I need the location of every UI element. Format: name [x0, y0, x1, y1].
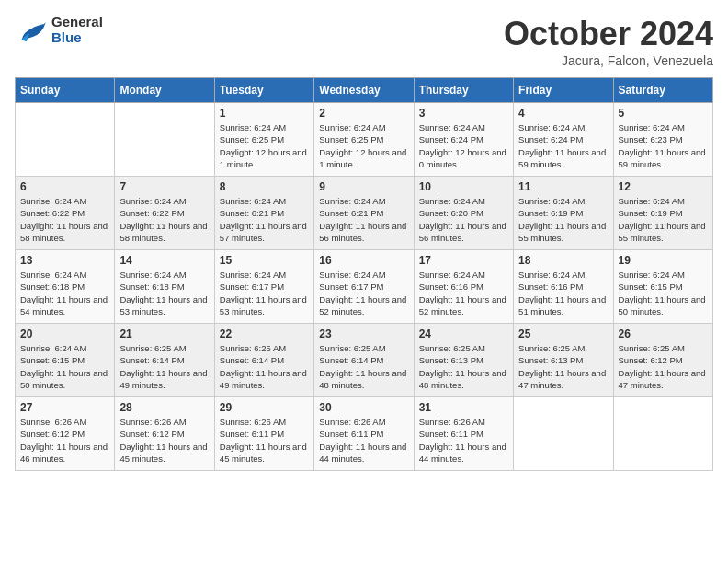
- day-info: Sunrise: 6:24 AM Sunset: 6:17 PM Dayligh…: [220, 269, 309, 317]
- day-info: Sunrise: 6:24 AM Sunset: 6:15 PM Dayligh…: [619, 269, 708, 317]
- day-info: Sunrise: 6:24 AM Sunset: 6:21 PM Dayligh…: [220, 195, 309, 244]
- day-number: 29: [220, 401, 309, 414]
- calendar-cell: 12Sunrise: 6:24 AM Sunset: 6:19 PM Dayli…: [613, 177, 712, 250]
- calendar-cell: 14Sunrise: 6:24 AM Sunset: 6:18 PM Dayli…: [115, 250, 214, 324]
- day-info: Sunrise: 6:25 AM Sunset: 6:14 PM Dayligh…: [119, 342, 209, 391]
- day-number: 5: [619, 107, 708, 120]
- day-number: 17: [419, 254, 508, 267]
- day-info: Sunrise: 6:25 AM Sunset: 6:14 PM Dayligh…: [220, 342, 309, 391]
- day-info: Sunrise: 6:24 AM Sunset: 6:25 PM Dayligh…: [220, 121, 309, 170]
- calendar-cell: 25Sunrise: 6:25 AM Sunset: 6:13 PM Dayli…: [514, 324, 613, 397]
- calendar-cell: 13Sunrise: 6:24 AM Sunset: 6:18 PM Dayli…: [16, 250, 115, 324]
- calendar-cell: 18Sunrise: 6:24 AM Sunset: 6:16 PM Dayli…: [514, 250, 613, 324]
- calendar-cell: 2Sunrise: 6:24 AM Sunset: 6:25 PM Daylig…: [314, 103, 414, 177]
- calendar-week-row: 1Sunrise: 6:24 AM Sunset: 6:25 PM Daylig…: [16, 103, 713, 177]
- calendar-cell: [514, 397, 613, 471]
- calendar-cell: 1Sunrise: 6:24 AM Sunset: 6:25 PM Daylig…: [214, 103, 313, 177]
- weekday-header-monday: Monday: [115, 78, 214, 103]
- weekday-header-sunday: Sunday: [16, 78, 115, 103]
- day-info: Sunrise: 6:26 AM Sunset: 6:11 PM Dayligh…: [220, 416, 309, 465]
- calendar-cell: 6Sunrise: 6:24 AM Sunset: 6:22 PM Daylig…: [16, 177, 115, 250]
- calendar-cell: 5Sunrise: 6:24 AM Sunset: 6:23 PM Daylig…: [613, 103, 712, 177]
- calendar-cell: 23Sunrise: 6:25 AM Sunset: 6:14 PM Dayli…: [314, 324, 414, 397]
- day-number: 19: [619, 254, 708, 267]
- month-title: October 2024: [504, 15, 713, 53]
- day-number: 13: [20, 254, 109, 267]
- day-number: 2: [319, 107, 408, 120]
- day-number: 23: [319, 327, 408, 340]
- logo-general: General: [51, 15, 103, 30]
- day-number: 16: [319, 254, 408, 267]
- calendar-cell: 16Sunrise: 6:24 AM Sunset: 6:17 PM Dayli…: [314, 250, 414, 324]
- day-info: Sunrise: 6:24 AM Sunset: 6:24 PM Dayligh…: [518, 121, 608, 170]
- day-number: 10: [419, 180, 508, 193]
- calendar-cell: 24Sunrise: 6:25 AM Sunset: 6:13 PM Dayli…: [414, 324, 513, 397]
- day-number: 30: [319, 401, 408, 414]
- calendar-cell: 7Sunrise: 6:24 AM Sunset: 6:22 PM Daylig…: [115, 177, 214, 250]
- day-info: Sunrise: 6:26 AM Sunset: 6:12 PM Dayligh…: [20, 416, 109, 465]
- day-number: 1: [220, 107, 309, 120]
- day-number: 14: [119, 254, 209, 267]
- calendar-cell: 20Sunrise: 6:24 AM Sunset: 6:15 PM Dayli…: [16, 324, 115, 397]
- location: Jacura, Falcon, Venezuela: [504, 53, 713, 68]
- calendar-cell: 28Sunrise: 6:26 AM Sunset: 6:12 PM Dayli…: [115, 397, 214, 471]
- calendar-cell: 31Sunrise: 6:26 AM Sunset: 6:11 PM Dayli…: [414, 397, 513, 471]
- day-info: Sunrise: 6:26 AM Sunset: 6:11 PM Dayligh…: [319, 416, 408, 465]
- calendar-cell: 29Sunrise: 6:26 AM Sunset: 6:11 PM Dayli…: [214, 397, 313, 471]
- day-number: 6: [20, 180, 109, 193]
- day-number: 15: [220, 254, 309, 267]
- day-number: 26: [619, 327, 708, 340]
- calendar-cell: 27Sunrise: 6:26 AM Sunset: 6:12 PM Dayli…: [16, 397, 115, 471]
- logo-text: General Blue: [51, 15, 103, 45]
- day-number: 24: [419, 327, 508, 340]
- day-info: Sunrise: 6:24 AM Sunset: 6:20 PM Dayligh…: [419, 195, 508, 244]
- calendar-cell: 21Sunrise: 6:25 AM Sunset: 6:14 PM Dayli…: [115, 324, 214, 397]
- calendar-cell: 22Sunrise: 6:25 AM Sunset: 6:14 PM Dayli…: [214, 324, 313, 397]
- day-number: 8: [220, 180, 309, 193]
- weekday-header-thursday: Thursday: [414, 78, 513, 103]
- logo-bird-icon: [15, 17, 48, 43]
- day-info: Sunrise: 6:24 AM Sunset: 6:16 PM Dayligh…: [518, 269, 608, 317]
- logo: General Blue: [15, 15, 103, 45]
- calendar-week-row: 6Sunrise: 6:24 AM Sunset: 6:22 PM Daylig…: [16, 177, 713, 250]
- title-block: October 2024 Jacura, Falcon, Venezuela: [504, 15, 713, 68]
- day-number: 11: [518, 180, 608, 193]
- calendar-cell: 19Sunrise: 6:24 AM Sunset: 6:15 PM Dayli…: [613, 250, 712, 324]
- day-number: 31: [419, 401, 508, 414]
- calendar-cell: 30Sunrise: 6:26 AM Sunset: 6:11 PM Dayli…: [314, 397, 414, 471]
- calendar-cell: 17Sunrise: 6:24 AM Sunset: 6:16 PM Dayli…: [414, 250, 513, 324]
- day-number: 22: [220, 327, 309, 340]
- calendar-cell: [16, 103, 115, 177]
- calendar-week-row: 13Sunrise: 6:24 AM Sunset: 6:18 PM Dayli…: [16, 250, 713, 324]
- day-number: 9: [319, 180, 408, 193]
- day-info: Sunrise: 6:24 AM Sunset: 6:19 PM Dayligh…: [518, 195, 608, 244]
- calendar-cell: [115, 103, 214, 177]
- day-number: 25: [518, 327, 608, 340]
- page-header: General Blue October 2024 Jacura, Falcon…: [15, 15, 713, 68]
- day-number: 21: [119, 327, 209, 340]
- calendar-cell: 15Sunrise: 6:24 AM Sunset: 6:17 PM Dayli…: [214, 250, 313, 324]
- day-info: Sunrise: 6:24 AM Sunset: 6:22 PM Dayligh…: [20, 195, 109, 244]
- day-info: Sunrise: 6:24 AM Sunset: 6:21 PM Dayligh…: [319, 195, 408, 244]
- day-number: 4: [518, 107, 608, 120]
- day-info: Sunrise: 6:24 AM Sunset: 6:22 PM Dayligh…: [119, 195, 209, 244]
- calendar-week-row: 27Sunrise: 6:26 AM Sunset: 6:12 PM Dayli…: [16, 397, 713, 471]
- day-info: Sunrise: 6:24 AM Sunset: 6:25 PM Dayligh…: [319, 121, 408, 170]
- day-info: Sunrise: 6:26 AM Sunset: 6:12 PM Dayligh…: [119, 416, 209, 465]
- day-info: Sunrise: 6:25 AM Sunset: 6:13 PM Dayligh…: [419, 342, 508, 391]
- day-info: Sunrise: 6:24 AM Sunset: 6:15 PM Dayligh…: [20, 342, 109, 391]
- day-number: 27: [20, 401, 109, 414]
- day-info: Sunrise: 6:24 AM Sunset: 6:23 PM Dayligh…: [619, 121, 708, 170]
- calendar-week-row: 20Sunrise: 6:24 AM Sunset: 6:15 PM Dayli…: [16, 324, 713, 397]
- day-number: 18: [518, 254, 608, 267]
- calendar-cell: 3Sunrise: 6:24 AM Sunset: 6:24 PM Daylig…: [414, 103, 513, 177]
- day-info: Sunrise: 6:24 AM Sunset: 6:19 PM Dayligh…: [619, 195, 708, 244]
- day-info: Sunrise: 6:25 AM Sunset: 6:12 PM Dayligh…: [619, 342, 708, 391]
- weekday-header-tuesday: Tuesday: [214, 78, 313, 103]
- weekday-header-row: SundayMondayTuesdayWednesdayThursdayFrid…: [16, 78, 713, 103]
- weekday-header-friday: Friday: [514, 78, 613, 103]
- day-number: 7: [119, 180, 209, 193]
- calendar-table: SundayMondayTuesdayWednesdayThursdayFrid…: [15, 77, 713, 471]
- calendar-cell: 4Sunrise: 6:24 AM Sunset: 6:24 PM Daylig…: [514, 103, 613, 177]
- day-info: Sunrise: 6:25 AM Sunset: 6:13 PM Dayligh…: [518, 342, 608, 391]
